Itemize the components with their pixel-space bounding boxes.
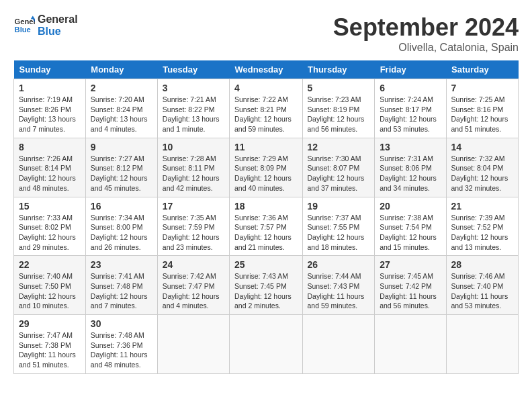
day-info: Sunrise: 7:35 AM Sunset: 7:59 PM Dayligh… (163, 213, 224, 253)
day-number: 10 (163, 142, 224, 152)
calendar-cell (157, 315, 229, 374)
day-info: Sunrise: 7:36 AM Sunset: 7:57 PM Dayligh… (234, 213, 298, 253)
day-info: Sunrise: 7:20 AM Sunset: 8:24 PM Dayligh… (91, 95, 152, 134)
day-number: 13 (380, 142, 441, 152)
day-info: Sunrise: 7:31 AM Sunset: 8:06 PM Dayligh… (380, 154, 441, 193)
week-row-4: 22Sunrise: 7:40 AM Sunset: 7:50 PM Dayli… (14, 256, 519, 315)
calendar-cell: 7Sunrise: 7:25 AM Sunset: 8:16 PM Daylig… (446, 79, 518, 138)
calendar-cell: 25Sunrise: 7:43 AM Sunset: 7:45 PM Dayli… (230, 256, 303, 315)
day-info: Sunrise: 7:48 AM Sunset: 7:36 PM Dayligh… (91, 330, 152, 370)
day-number: 27 (380, 259, 441, 270)
calendar-cell: 16Sunrise: 7:34 AM Sunset: 8:00 PM Dayli… (85, 197, 157, 256)
calendar-cell: 12Sunrise: 7:30 AM Sunset: 8:07 PM Dayli… (302, 138, 375, 197)
weekday-header-thursday: Thursday (302, 60, 375, 79)
day-number: 15 (19, 201, 81, 212)
calendar-cell: 10Sunrise: 7:28 AM Sunset: 8:11 PM Dayli… (157, 138, 229, 197)
day-number: 2 (91, 83, 152, 93)
weekday-header-saturday: Saturday (446, 60, 518, 79)
day-number: 14 (451, 142, 513, 152)
day-info: Sunrise: 7:33 AM Sunset: 8:02 PM Dayligh… (19, 213, 81, 253)
weekday-header-row: SundayMondayTuesdayWednesdayThursdayFrid… (14, 60, 519, 79)
logo-general: General (38, 13, 78, 26)
day-number: 26 (308, 259, 370, 270)
week-row-1: 1Sunrise: 7:19 AM Sunset: 8:26 PM Daylig… (14, 79, 519, 138)
week-row-2: 8Sunrise: 7:26 AM Sunset: 8:14 PM Daylig… (14, 138, 519, 197)
day-number: 25 (234, 259, 298, 270)
day-info: Sunrise: 7:45 AM Sunset: 7:42 PM Dayligh… (380, 271, 441, 311)
day-number: 24 (163, 259, 224, 270)
calendar-cell: 28Sunrise: 7:46 AM Sunset: 7:40 PM Dayli… (446, 256, 518, 315)
day-info: Sunrise: 7:26 AM Sunset: 8:14 PM Dayligh… (19, 154, 81, 193)
day-number: 9 (91, 142, 152, 152)
day-info: Sunrise: 7:24 AM Sunset: 8:17 PM Dayligh… (380, 95, 441, 134)
day-number: 12 (308, 142, 370, 152)
day-info: Sunrise: 7:47 AM Sunset: 7:38 PM Dayligh… (19, 330, 81, 370)
day-info: Sunrise: 7:44 AM Sunset: 7:43 PM Dayligh… (308, 271, 370, 311)
day-number: 21 (451, 201, 513, 212)
day-number: 17 (163, 201, 224, 212)
calendar-cell: 15Sunrise: 7:33 AM Sunset: 8:02 PM Dayli… (14, 197, 86, 256)
day-info: Sunrise: 7:43 AM Sunset: 7:45 PM Dayligh… (234, 271, 298, 311)
calendar-cell: 5Sunrise: 7:23 AM Sunset: 8:19 PM Daylig… (302, 79, 375, 138)
day-number: 1 (19, 83, 81, 93)
logo: General Blue General Blue (13, 13, 78, 37)
calendar-cell: 21Sunrise: 7:39 AM Sunset: 7:52 PM Dayli… (446, 197, 518, 256)
calendar-table: SundayMondayTuesdayWednesdayThursdayFrid… (13, 60, 519, 374)
day-info: Sunrise: 7:34 AM Sunset: 8:00 PM Dayligh… (91, 213, 152, 253)
day-info: Sunrise: 7:21 AM Sunset: 8:22 PM Dayligh… (163, 95, 224, 134)
location: Olivella, Catalonia, Spain (333, 42, 519, 54)
day-info: Sunrise: 7:30 AM Sunset: 8:07 PM Dayligh… (308, 154, 370, 193)
day-number: 23 (91, 259, 152, 270)
day-info: Sunrise: 7:41 AM Sunset: 7:48 PM Dayligh… (91, 271, 152, 311)
day-info: Sunrise: 7:25 AM Sunset: 8:16 PM Dayligh… (451, 95, 513, 134)
calendar-cell: 23Sunrise: 7:41 AM Sunset: 7:48 PM Dayli… (85, 256, 157, 315)
day-number: 11 (234, 142, 298, 152)
logo-icon: General Blue (13, 15, 35, 36)
day-info: Sunrise: 7:32 AM Sunset: 8:04 PM Dayligh… (451, 154, 513, 193)
calendar-cell: 11Sunrise: 7:29 AM Sunset: 8:09 PM Dayli… (230, 138, 303, 197)
calendar-cell: 20Sunrise: 7:38 AM Sunset: 7:54 PM Dayli… (375, 197, 446, 256)
calendar-cell: 17Sunrise: 7:35 AM Sunset: 7:59 PM Dayli… (157, 197, 229, 256)
weekday-header-monday: Monday (85, 60, 157, 79)
page-header: General Blue General Blue September 2024… (13, 13, 519, 54)
day-number: 22 (19, 259, 81, 270)
calendar-cell: 4Sunrise: 7:22 AM Sunset: 8:21 PM Daylig… (230, 79, 303, 138)
day-info: Sunrise: 7:22 AM Sunset: 8:21 PM Dayligh… (234, 95, 298, 134)
month-title: September 2024 (333, 13, 519, 42)
calendar-cell (302, 315, 375, 374)
day-info: Sunrise: 7:46 AM Sunset: 7:40 PM Dayligh… (451, 271, 513, 311)
day-number: 7 (451, 83, 513, 93)
calendar-cell: 19Sunrise: 7:37 AM Sunset: 7:55 PM Dayli… (302, 197, 375, 256)
day-info: Sunrise: 7:40 AM Sunset: 7:50 PM Dayligh… (19, 271, 81, 311)
calendar-cell: 3Sunrise: 7:21 AM Sunset: 8:22 PM Daylig… (157, 79, 229, 138)
day-number: 30 (91, 318, 152, 329)
calendar-cell: 9Sunrise: 7:27 AM Sunset: 8:12 PM Daylig… (85, 138, 157, 197)
calendar-cell: 26Sunrise: 7:44 AM Sunset: 7:43 PM Dayli… (302, 256, 375, 315)
calendar-cell: 18Sunrise: 7:36 AM Sunset: 7:57 PM Dayli… (230, 197, 303, 256)
day-number: 6 (380, 83, 441, 93)
day-number: 4 (234, 83, 298, 93)
weekday-header-friday: Friday (375, 60, 446, 79)
day-number: 5 (308, 83, 370, 93)
day-number: 16 (91, 201, 152, 212)
day-number: 20 (380, 201, 441, 212)
calendar-cell: 6Sunrise: 7:24 AM Sunset: 8:17 PM Daylig… (375, 79, 446, 138)
calendar-cell: 2Sunrise: 7:20 AM Sunset: 8:24 PM Daylig… (85, 79, 157, 138)
day-number: 28 (451, 259, 513, 270)
day-info: Sunrise: 7:38 AM Sunset: 7:54 PM Dayligh… (380, 213, 441, 253)
calendar-cell: 27Sunrise: 7:45 AM Sunset: 7:42 PM Dayli… (375, 256, 446, 315)
calendar-cell (446, 315, 518, 374)
svg-text:Blue: Blue (15, 25, 31, 33)
calendar-cell: 29Sunrise: 7:47 AM Sunset: 7:38 PM Dayli… (14, 315, 86, 374)
day-info: Sunrise: 7:37 AM Sunset: 7:55 PM Dayligh… (308, 213, 370, 253)
title-block: September 2024 Olivella, Catalonia, Spai… (333, 13, 519, 54)
calendar-cell: 14Sunrise: 7:32 AM Sunset: 8:04 PM Dayli… (446, 138, 518, 197)
calendar-cell: 22Sunrise: 7:40 AM Sunset: 7:50 PM Dayli… (14, 256, 86, 315)
logo-blue: Blue (38, 26, 78, 38)
day-info: Sunrise: 7:23 AM Sunset: 8:19 PM Dayligh… (308, 95, 370, 134)
calendar-cell (375, 315, 446, 374)
weekday-header-sunday: Sunday (14, 60, 86, 79)
day-number: 19 (308, 201, 370, 212)
calendar-cell: 1Sunrise: 7:19 AM Sunset: 8:26 PM Daylig… (14, 79, 86, 138)
day-number: 29 (19, 318, 81, 329)
